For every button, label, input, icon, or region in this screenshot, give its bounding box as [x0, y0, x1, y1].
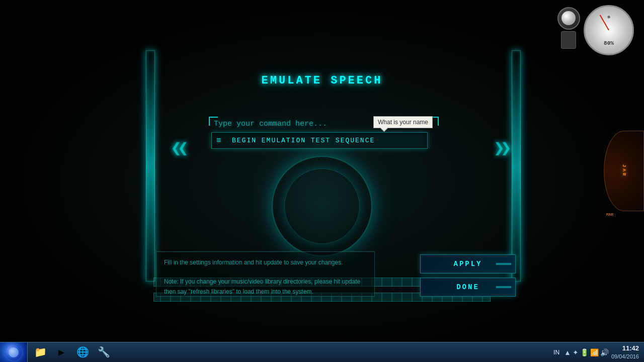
start-button[interactable]: [0, 342, 28, 363]
buttons-area: APPLY DONE: [420, 254, 516, 297]
right-gauge-label: JAR: [621, 164, 626, 177]
tray-icon-volume[interactable]: 🔊: [600, 348, 609, 356]
tooltip: What is your name: [373, 116, 433, 128]
tray-icon-network[interactable]: 📶: [590, 348, 599, 356]
command-area: Type your command here... What is your n…: [211, 120, 435, 149]
right-gauge-sub: MAR: [604, 212, 644, 217]
gauge-container: ◉: [556, 5, 634, 55]
taskbar-icon-settings[interactable]: 🔧: [94, 343, 114, 362]
right-gauge: JAR: [604, 131, 644, 211]
taskbar-icon-media[interactable]: ▶: [51, 343, 71, 362]
input-wrapper: What is your name ≡: [211, 132, 428, 149]
main-gauge: ◉: [584, 5, 634, 55]
start-orb: [6, 344, 22, 360]
arrow-right-button[interactable]: [486, 128, 516, 168]
tray-icon-bluetooth[interactable]: ✦: [573, 348, 579, 356]
side-bar-left: [146, 50, 155, 282]
info-box: Fill in the settings information and hit…: [156, 251, 375, 297]
command-input[interactable]: [211, 132, 428, 149]
apply-button[interactable]: APPLY: [420, 254, 516, 274]
command-icon: ≡: [216, 136, 221, 145]
clock-date: 09/04/2016: [611, 353, 639, 360]
small-gauge-1: [557, 7, 580, 30]
clock-time: 11:42: [611, 344, 639, 353]
arrow-left-button[interactable]: [163, 128, 193, 168]
app-title: EMULATE SPEECH: [262, 74, 383, 87]
small-gauge-2: [561, 31, 576, 49]
start-orb-inner: [9, 347, 19, 357]
glow-circle: [272, 156, 372, 256]
tray-icon-battery[interactable]: 🔋: [580, 348, 589, 356]
info-text: Fill in the settings information and hit…: [164, 258, 367, 297]
system-tray: IN ▲ ✦ 🔋 📶 🔊 11:42 09/04/2016: [546, 344, 644, 360]
tray-icons: ▲ ✦ 🔋 📶 🔊: [564, 348, 609, 356]
clock-area: 11:42 09/04/2016: [611, 344, 639, 360]
desktop: EMULATE SPEECH Type your command here...…: [0, 0, 644, 362]
taskbar-icon-folder[interactable]: 📁: [30, 343, 50, 362]
taskbar-icon-browser[interactable]: 🌐: [72, 343, 93, 362]
taskbar-icons: 📁 ▶ 🌐 🔧: [28, 343, 116, 362]
gauge-center-dot: ◉: [607, 14, 610, 20]
done-button[interactable]: DONE: [420, 278, 516, 297]
glow-circle-inner: [284, 168, 360, 244]
tray-icon-arrow[interactable]: ▲: [564, 348, 571, 356]
taskbar: 📁 ▶ 🌐 🔧 IN ▲ ✦ 🔋 📶 🔊 11:42: [0, 342, 644, 362]
right-gauge-area: JAR MAR: [604, 131, 644, 231]
tray-lang: IN: [551, 349, 561, 356]
